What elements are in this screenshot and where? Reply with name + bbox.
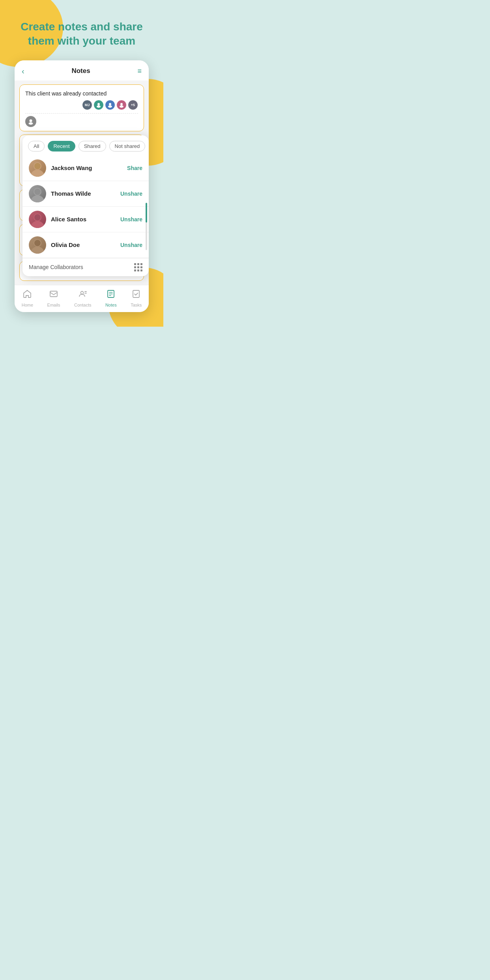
svg-point-1 bbox=[97, 105, 101, 108]
team-item-olivia: Olivia Doe Unshare bbox=[22, 232, 149, 258]
avatar-thomas bbox=[29, 185, 46, 202]
svg-point-7 bbox=[29, 122, 33, 125]
avatar-teal bbox=[94, 100, 104, 110]
share-popup: All Recent Shared Not shared Jackson Wan… bbox=[22, 135, 149, 276]
app-title: Notes bbox=[71, 67, 90, 75]
grid-dot bbox=[134, 266, 136, 268]
filter-recent[interactable]: Recent bbox=[48, 141, 75, 151]
scroll-indicator bbox=[146, 203, 147, 250]
svg-point-0 bbox=[97, 103, 100, 105]
svg-point-5 bbox=[120, 105, 123, 108]
notes-icon bbox=[106, 289, 116, 301]
grid-dot bbox=[137, 266, 139, 268]
svg-point-13 bbox=[30, 195, 45, 202]
svg-point-16 bbox=[30, 221, 45, 228]
note-title-1: This client was already contacted bbox=[25, 90, 138, 97]
svg-point-12 bbox=[34, 163, 41, 169]
svg-point-10 bbox=[30, 170, 45, 177]
tasks-icon bbox=[131, 289, 141, 301]
note-footer-1 bbox=[25, 116, 138, 127]
team-action-olivia[interactable]: Unshare bbox=[120, 242, 142, 248]
grid-dot bbox=[140, 266, 142, 268]
svg-point-15 bbox=[34, 189, 41, 195]
team-item-alice: Alice Santos Unshare bbox=[22, 207, 149, 232]
svg-point-19 bbox=[30, 247, 45, 254]
nav-contacts-label: Contacts bbox=[74, 303, 91, 307]
team-action-jackson[interactable]: Share bbox=[127, 165, 142, 171]
team-item-thomas: Thomas Wilde Unshare bbox=[22, 181, 149, 207]
avatar-olivia bbox=[29, 236, 46, 254]
filter-shared[interactable]: Shared bbox=[79, 141, 106, 151]
svg-point-6 bbox=[30, 119, 32, 122]
note-divider-1 bbox=[25, 113, 138, 114]
avatar-jackson bbox=[29, 159, 46, 177]
svg-point-3 bbox=[108, 105, 112, 108]
nav-home[interactable]: Home bbox=[22, 289, 33, 307]
svg-point-4 bbox=[120, 103, 123, 105]
team-item-jackson: Jackson Wang Share bbox=[22, 155, 149, 181]
grid-dot bbox=[140, 269, 142, 271]
team-action-thomas[interactable]: Unshare bbox=[120, 191, 142, 197]
grid-dot bbox=[134, 263, 136, 265]
filter-button[interactable]: ≡ bbox=[137, 67, 142, 75]
svg-rect-22 bbox=[50, 291, 57, 297]
filter-all[interactable]: All bbox=[28, 141, 45, 151]
nav-home-label: Home bbox=[22, 303, 33, 307]
avatar-count: +5 bbox=[128, 100, 138, 110]
grid-dot bbox=[137, 263, 139, 265]
avatar-blue bbox=[105, 100, 115, 110]
team-name-olivia: Olivia Doe bbox=[51, 241, 116, 248]
phone-container: ‹ Notes ≡ This client was already contac… bbox=[15, 60, 149, 312]
hero-title: Create notes and share them with your te… bbox=[0, 0, 163, 60]
nav-emails-label: Emails bbox=[47, 303, 60, 307]
team-name-alice: Alice Santos bbox=[51, 216, 116, 223]
home-icon bbox=[22, 289, 32, 301]
grid-icon[interactable] bbox=[134, 263, 142, 271]
grid-dot bbox=[134, 269, 136, 271]
note-card-1: This client was already contacted MJ +5 bbox=[19, 84, 144, 131]
team-name-jackson: Jackson Wang bbox=[51, 165, 122, 171]
nav-notes-label: Notes bbox=[105, 303, 117, 307]
avatar-mj: MJ bbox=[82, 100, 92, 110]
bottom-nav: Home Emails Contacts bbox=[15, 285, 149, 312]
avatar-alice bbox=[29, 211, 46, 228]
team-action-alice[interactable]: Unshare bbox=[120, 216, 142, 223]
nav-emails[interactable]: Emails bbox=[47, 289, 60, 307]
manage-collaborators-bar: Manage Collaborators bbox=[22, 258, 149, 276]
nav-notes[interactable]: Notes bbox=[105, 289, 117, 307]
note-author-avatar-1 bbox=[25, 116, 36, 127]
svg-point-2 bbox=[109, 103, 111, 105]
grid-dot bbox=[137, 269, 139, 271]
nav-tasks[interactable]: Tasks bbox=[131, 289, 142, 307]
svg-point-18 bbox=[34, 214, 41, 221]
back-button[interactable]: ‹ bbox=[22, 67, 24, 76]
team-name-thomas: Thomas Wilde bbox=[51, 190, 116, 197]
svg-point-23 bbox=[80, 291, 83, 294]
scroll-thumb bbox=[146, 203, 147, 223]
note-avatars-1: MJ +5 bbox=[25, 100, 138, 110]
filter-tabs: All Recent Shared Not shared bbox=[22, 135, 149, 155]
contacts-icon bbox=[78, 289, 88, 301]
emails-icon bbox=[49, 289, 58, 301]
nav-tasks-label: Tasks bbox=[131, 303, 142, 307]
svg-point-21 bbox=[34, 240, 41, 246]
svg-rect-30 bbox=[133, 290, 139, 297]
app-header: ‹ Notes ≡ bbox=[15, 60, 149, 80]
grid-dot bbox=[140, 263, 142, 265]
filter-not-shared[interactable]: Not shared bbox=[109, 141, 146, 151]
team-list: Jackson Wang Share Thomas Wilde Unshare bbox=[22, 155, 149, 258]
nav-contacts[interactable]: Contacts bbox=[74, 289, 91, 307]
avatar-pink bbox=[116, 100, 127, 110]
manage-collaborators-label: Manage Collaborators bbox=[29, 264, 83, 270]
